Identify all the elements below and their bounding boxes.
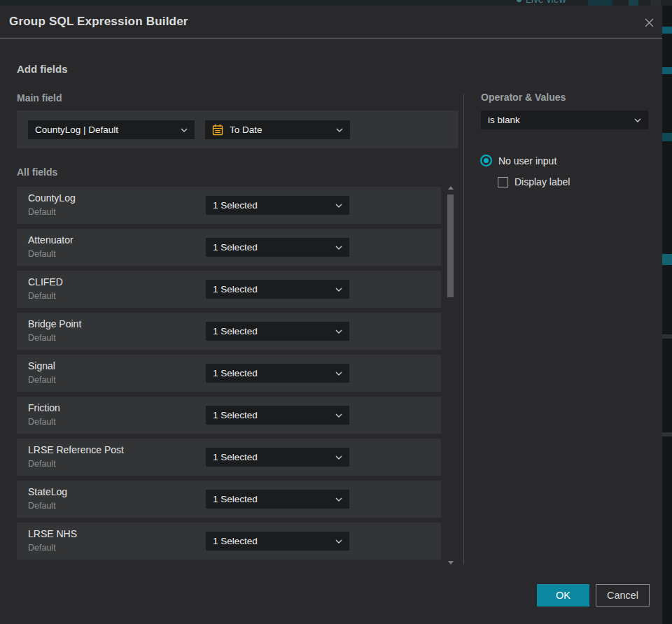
background-panel-item — [662, 133, 672, 141]
field-row: LRSE Reference Post Default 1 Selected — [17, 439, 441, 476]
live-view-dot-icon — [517, 0, 522, 2]
background-toolbar-button — [651, 0, 661, 6]
scrollbar-thumb[interactable] — [447, 194, 454, 297]
field-name: LRSE NHS — [28, 528, 77, 539]
no-user-input-label: No user input — [498, 155, 556, 166]
background-toolbar-button — [629, 0, 638, 6]
field-row: Bridge Point Default 1 Selected — [17, 313, 441, 350]
scroll-down-icon[interactable] — [448, 561, 454, 565]
calendar-icon — [212, 124, 223, 136]
field-row: CLIFED Default 1 Selected — [17, 271, 441, 308]
field-selection-dropdown[interactable]: 1 Selected — [206, 364, 349, 383]
display-label-label: Display label — [514, 176, 570, 187]
background-panel-item — [662, 27, 672, 34]
add-fields-heading: Add fields — [17, 63, 68, 75]
field-selection-dropdown-label: 1 Selected — [213, 200, 330, 211]
chevron-down-icon — [335, 246, 342, 250]
chevron-down-icon — [335, 371, 342, 376]
chevron-down-icon — [335, 413, 342, 418]
display-label-checkbox[interactable]: Display label — [498, 176, 570, 187]
column-divider — [463, 94, 464, 565]
all-fields-list: CountyLog Default 1 Selected Attenuator … — [17, 187, 441, 565]
chevron-down-icon — [335, 539, 342, 544]
operator-values-label: Operator & Values — [481, 92, 566, 103]
field-selection-dropdown[interactable]: 1 Selected — [206, 280, 349, 299]
field-subtitle: Default — [28, 207, 56, 217]
field-name: Bridge Point — [28, 318, 81, 329]
group-sql-expression-builder-dialog: Group SQL Expression Builder Add fields … — [0, 6, 662, 624]
live-view-label: Live view — [526, 0, 566, 5]
field-row: Attenuator Default 1 Selected — [17, 229, 441, 266]
background-panel-item — [662, 432, 672, 437]
field-selection-dropdown[interactable]: 1 Selected — [206, 196, 349, 215]
main-field-panel: CountyLog | Default To Date — [17, 111, 458, 148]
field-row: StateLog Default 1 Selected — [17, 481, 441, 518]
field-subtitle: Default — [28, 543, 56, 553]
field-subtitle: Default — [28, 249, 56, 259]
field-subtitle: Default — [28, 375, 56, 385]
main-field-type-value: To Date — [230, 125, 330, 135]
field-name: LRSE Reference Post — [28, 444, 124, 455]
chevron-down-icon — [335, 497, 342, 502]
field-selection-dropdown-label: 1 Selected — [213, 410, 330, 420]
chevron-down-icon — [335, 329, 342, 334]
chevron-down-icon — [335, 455, 342, 460]
field-name: Attenuator — [28, 234, 74, 246]
field-selection-dropdown-label: 1 Selected — [213, 284, 330, 295]
field-selection-dropdown[interactable]: 1 Selected — [206, 532, 349, 551]
field-selection-dropdown[interactable]: 1 Selected — [206, 490, 349, 509]
field-name: CountyLog — [28, 192, 76, 204]
background-panel-item — [662, 254, 672, 265]
field-subtitle: Default — [28, 417, 56, 427]
field-row: Signal Default 1 Selected — [17, 355, 441, 392]
field-subtitle: Default — [28, 333, 56, 343]
operator-select-value: is blank — [488, 115, 629, 125]
field-row: LRSE NHS Default 1 Selected — [17, 523, 441, 560]
field-selection-dropdown-label: 1 Selected — [213, 368, 330, 378]
field-name: Friction — [28, 402, 60, 413]
main-field-select[interactable]: CountyLog | Default — [28, 120, 195, 139]
background-panel-item — [662, 67, 672, 74]
background-toolbar-button — [588, 0, 612, 6]
checkbox-unchecked-icon — [498, 177, 508, 187]
main-field-type-select[interactable]: To Date — [205, 120, 350, 139]
chevron-down-icon — [336, 128, 343, 132]
background-app-toolbar: Live view — [0, 0, 672, 6]
field-selection-dropdown[interactable]: 1 Selected — [206, 322, 349, 341]
dialog-title: Group SQL Expression Builder — [9, 15, 188, 29]
all-fields-label: All fields — [17, 166, 57, 178]
ok-button[interactable]: OK — [537, 584, 589, 607]
field-name: CLIFED — [28, 276, 63, 288]
main-field-select-value: CountyLog | Default — [35, 125, 175, 135]
cancel-button[interactable]: Cancel — [596, 584, 650, 607]
field-name: Signal — [28, 360, 55, 371]
field-name: StateLog — [28, 486, 67, 497]
no-user-input-radio[interactable]: No user input — [480, 155, 556, 166]
background-app-panel — [662, 6, 672, 624]
dialog-header: Group SQL Expression Builder — [0, 6, 662, 38]
field-selection-dropdown[interactable]: 1 Selected — [206, 406, 349, 425]
fields-list-scrollbar[interactable] — [447, 184, 454, 567]
scroll-up-icon[interactable] — [448, 186, 454, 190]
chevron-down-icon — [335, 204, 342, 208]
field-subtitle: Default — [28, 459, 56, 469]
field-subtitle: Default — [28, 501, 56, 511]
close-icon[interactable] — [641, 15, 657, 30]
field-subtitle: Default — [28, 291, 56, 301]
main-field-label: Main field — [17, 92, 62, 104]
field-selection-dropdown[interactable]: 1 Selected — [206, 238, 349, 257]
live-view-indicator: Live view — [517, 0, 566, 5]
chevron-down-icon — [335, 288, 342, 292]
field-selection-dropdown-label: 1 Selected — [213, 494, 330, 504]
radio-selected-icon — [480, 155, 492, 166]
field-selection-dropdown-label: 1 Selected — [213, 326, 330, 336]
chevron-down-icon — [181, 128, 188, 132]
field-row: CountyLog Default 1 Selected — [17, 187, 441, 224]
background-panel-item — [662, 334, 672, 339]
operator-select[interactable]: is blank — [481, 111, 648, 129]
field-selection-dropdown[interactable]: 1 Selected — [206, 448, 349, 467]
chevron-down-icon — [634, 118, 641, 122]
field-selection-dropdown-label: 1 Selected — [213, 536, 330, 546]
field-row: Friction Default 1 Selected — [17, 397, 441, 434]
field-selection-dropdown-label: 1 Selected — [213, 452, 330, 462]
